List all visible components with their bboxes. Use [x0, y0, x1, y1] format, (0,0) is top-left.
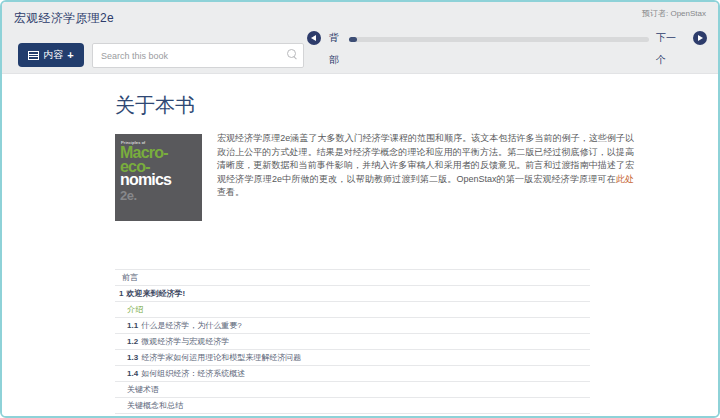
header: 宏观经济学原理2e 预订者: OpenStax 背部 下一个 内容 + — [2, 2, 718, 74]
toc-item-number: 1 — [119, 289, 123, 298]
about-text-before: 宏观经济学原理2e涵盖了大多数入门经济学课程的范围和顺序。该文本包括许多当前的例… — [217, 133, 634, 184]
cover-title-line3: nomics — [120, 173, 202, 187]
back-arrow-icon — [311, 35, 316, 41]
contents-button[interactable]: 内容 + — [18, 43, 84, 67]
toc-item-number: 1.3 — [127, 353, 138, 362]
reader-window: 宏观经济学原理2e 预订者: OpenStax 背部 下一个 内容 + 关于本书… — [0, 0, 720, 418]
next-arrow-icon — [698, 35, 703, 41]
toc-item-number: 1.2 — [127, 337, 138, 346]
toc-item-label: 什么是经济学，为什么重要? — [141, 321, 241, 330]
toc-item-label: 如何组织经济：经济系统概述 — [141, 369, 245, 378]
contents-button-label: 内容 — [43, 48, 63, 62]
page-title: 关于本书 — [115, 92, 718, 119]
plus-icon: + — [67, 49, 73, 61]
toc-item-label: 欢迎来到经济学! — [126, 289, 185, 298]
toc-item-number: 1.1 — [127, 321, 138, 330]
contents-list-icon — [28, 51, 39, 60]
book-title: 宏观经济学原理2e — [14, 10, 114, 27]
toc-item[interactable]: 1.3经济学家如何运用理论和模型来理解经济问题 — [115, 350, 590, 366]
toc-item[interactable]: 自我检查问题 — [115, 414, 590, 418]
toc-item[interactable]: 1.1什么是经济学，为什么重要? — [115, 318, 590, 334]
toc-item-label: 关键概念和总结 — [127, 401, 183, 410]
search-icon[interactable] — [287, 49, 296, 58]
toc-item-label: 关键术语 — [127, 385, 159, 394]
toc-item[interactable]: 1.2微观经济学与宏观经济学 — [115, 334, 590, 350]
about-text-after: 查看。 — [217, 187, 244, 197]
cover-edition-label: 2e. — [120, 188, 202, 203]
book-cover-image: Principles of Macro- eco- nomics 2e. — [115, 134, 202, 221]
next-label[interactable]: 下一个 — [656, 27, 678, 71]
toc-item[interactable]: 介绍 — [115, 302, 590, 318]
main-content: 关于本书 Principles of Macro- eco- nomics 2e… — [2, 74, 718, 418]
toc-item-label: 介绍 — [127, 305, 143, 314]
search-container — [92, 43, 304, 68]
reading-progress-bar[interactable] — [349, 37, 649, 42]
publisher-label: 预订者: OpenStax — [642, 8, 706, 19]
next-button[interactable] — [693, 31, 707, 45]
toc-item[interactable]: 1.4如何组织经济：经济系统概述 — [115, 366, 590, 382]
toc-item[interactable]: 关键术语 — [115, 382, 590, 398]
about-section: Principles of Macro- eco- nomics 2e. 宏观经… — [115, 134, 634, 221]
toc-item[interactable]: 1欢迎来到经济学! — [115, 286, 590, 302]
toc-item-number: 1.4 — [127, 369, 138, 378]
back-button[interactable] — [307, 31, 321, 45]
reading-progress-fill — [349, 37, 357, 42]
toc-item-label: 经济学家如何运用理论和模型来理解经济问题 — [141, 353, 301, 362]
search-input[interactable] — [92, 43, 304, 68]
toc-item-label: 前言 — [122, 273, 138, 282]
toc-item-label: 微观经济学与宏观经济学 — [141, 337, 229, 346]
first-edition-link[interactable]: 此处 — [616, 174, 634, 184]
back-label[interactable]: 背部 — [329, 27, 341, 71]
toc-item[interactable]: 关键概念和总结 — [115, 398, 590, 414]
about-paragraph: 宏观经济学原理2e涵盖了大多数入门经济学课程的范围和顺序。该文本包括许多当前的例… — [217, 132, 634, 221]
toc-list: 前言1欢迎来到经济学!介绍1.1什么是经济学，为什么重要?1.2微观经济学与宏观… — [115, 269, 590, 418]
toc-item[interactable]: 前言 — [115, 270, 590, 286]
